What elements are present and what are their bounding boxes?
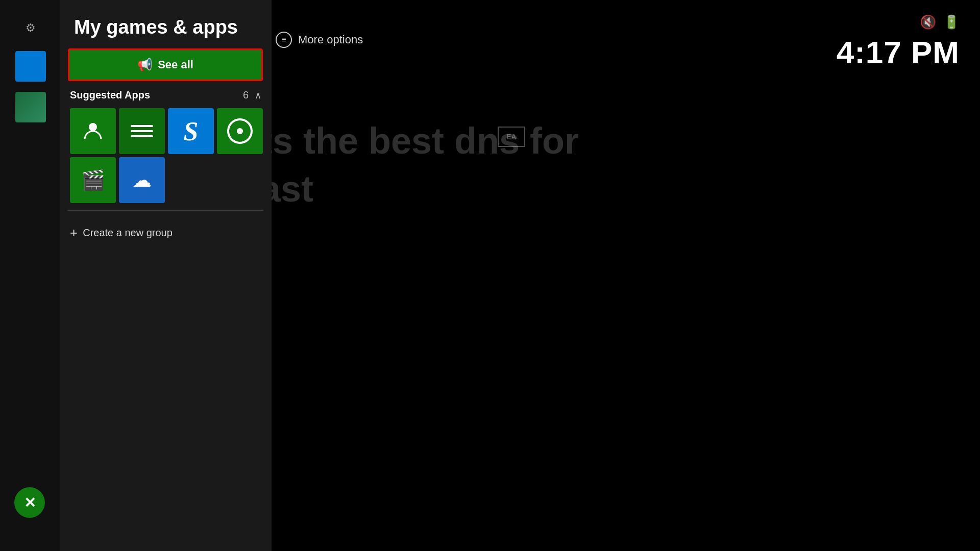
app-tile-skype[interactable]: S [168, 108, 214, 154]
app-tile-1[interactable] [70, 108, 116, 154]
left-sidebar: ⚙ [0, 0, 61, 551]
status-icons: 🔇 🔋 [920, 14, 960, 30]
cloud-icon: ☁ [132, 169, 152, 191]
see-all-icon: 📢 [137, 58, 153, 72]
sidebar-blue-tile [15, 51, 46, 82]
battery-icon: 🔋 [943, 14, 960, 30]
app-tile-2[interactable] [119, 108, 165, 154]
menu-lines-icon [131, 125, 153, 137]
muted-icon: 🔇 [920, 14, 936, 30]
suggested-title: Suggested Apps [70, 89, 150, 101]
see-all-button[interactable]: 📢 See all [68, 48, 263, 81]
sidebar-thumb [15, 92, 46, 122]
app-tile-5[interactable]: 🎬 [70, 157, 116, 203]
more-options-label: More options [298, 33, 363, 46]
chevron-up-icon[interactable]: ∧ [255, 90, 261, 101]
suggested-header: Suggested Apps 6 ∧ [68, 89, 263, 101]
suggested-meta: 6 ∧ [243, 89, 261, 101]
xbox-logo-bottom: ✕ [14, 487, 47, 520]
panel-title: My games & apps [74, 16, 257, 38]
create-group-label: Create a new group [83, 227, 173, 239]
time-display: 4:17 PM [837, 34, 960, 70]
clapperboard-icon: 🎬 [81, 169, 105, 191]
settings-icon[interactable]: ⚙ [18, 15, 43, 41]
app-tile-4[interactable] [217, 108, 263, 154]
create-group-button[interactable]: + Create a new group [60, 216, 272, 249]
status-bar: 🔇 🔋 4:17 PM [837, 14, 960, 70]
panel-header: My games & apps [60, 0, 272, 48]
plus-icon: + [70, 226, 78, 239]
ea-badge: EA [498, 127, 525, 147]
see-all-label: See all [158, 58, 193, 71]
app-grid: S 🎬 ☁ [68, 108, 263, 203]
target-icon [227, 118, 253, 144]
more-options-icon: ≡ [276, 32, 292, 48]
suggested-count: 6 [243, 89, 249, 101]
suggested-apps-section: Suggested Apps 6 ∧ [60, 81, 272, 203]
person-icon [82, 120, 104, 142]
more-options-button[interactable]: ≡ More options [276, 32, 363, 48]
section-divider [68, 210, 263, 211]
skype-icon: S [184, 116, 199, 146]
app-tile-6[interactable]: ☁ [119, 157, 165, 203]
svg-point-0 [89, 123, 97, 131]
main-panel: My games & apps 📢 See all Suggested Apps… [60, 0, 272, 551]
